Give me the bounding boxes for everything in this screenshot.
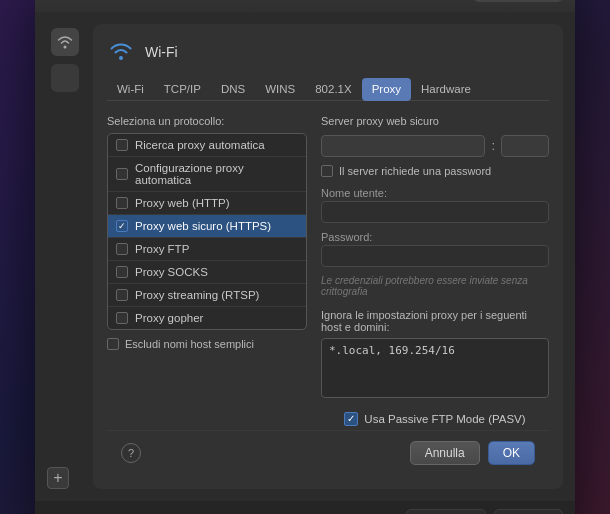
sidebar-icon-active[interactable] (51, 64, 79, 92)
checkbox-https[interactable] (116, 220, 128, 232)
tab-proxy[interactable]: Proxy (362, 78, 411, 101)
content-area: Wi-Fi Wi-Fi TCP/IP DNS WINS 802.1X Proxy… (35, 12, 575, 501)
exclude-label: Escludi nomi host semplici (125, 338, 254, 350)
protocol-label-auto-search: Ricerca proxy automatica (135, 139, 265, 151)
username-row: Nome utente: (321, 187, 549, 223)
tab-hardware[interactable]: Hardware (411, 78, 481, 100)
protocol-item-ftp[interactable]: Proxy FTP (108, 238, 306, 261)
footer-buttons: Annulla OK (410, 441, 535, 465)
main-panel: Wi-Fi Wi-Fi TCP/IP DNS WINS 802.1X Proxy… (93, 24, 563, 489)
wifi-icon (107, 38, 135, 66)
server-input[interactable] (321, 135, 485, 157)
protocol-item-rtsp[interactable]: Proxy streaming (RTSP) (108, 284, 306, 307)
ignore-textarea[interactable]: *.local, 169.254/16 (321, 338, 549, 398)
username-input[interactable] (321, 201, 549, 223)
help-button[interactable]: ? (121, 443, 141, 463)
back-button[interactable]: ‹ (109, 0, 119, 2)
applica-button[interactable]: Applica (494, 509, 563, 515)
protocol-label-http: Proxy web (HTTP) (135, 197, 230, 209)
tab-wifi[interactable]: Wi-Fi (107, 78, 154, 100)
password-input[interactable] (321, 245, 549, 267)
port-input[interactable] (501, 135, 549, 157)
ripristina-button[interactable]: Ripristina (406, 509, 486, 515)
search-box[interactable]: 🔍 Cerca (473, 0, 563, 2)
checkbox-server-password[interactable] (321, 165, 333, 177)
checkbox-auto-config[interactable] (116, 168, 128, 180)
tab-wins[interactable]: WINS (255, 78, 305, 100)
exclude-row[interactable]: Escludi nomi host semplici (107, 338, 307, 350)
password-label: Password: (321, 231, 549, 243)
cancel-button[interactable]: Annulla (410, 441, 480, 465)
protocol-label-gopher: Proxy gopher (135, 312, 203, 324)
panel-header: Wi-Fi (107, 38, 549, 66)
bottom-bar: Ripristina Applica (35, 501, 575, 515)
checkbox-ftp[interactable] (116, 243, 128, 255)
sidebar (47, 24, 83, 489)
ignore-section: Ignora le impostazioni proxy per i segue… (321, 309, 549, 402)
tab-dns[interactable]: DNS (211, 78, 255, 100)
checkbox-exclude[interactable] (107, 338, 119, 350)
password-row[interactable]: Il server richiede una password (321, 165, 549, 177)
body-content: Seleziona un protocollo: Ricerca proxy a… (107, 115, 549, 426)
pasv-row[interactable]: Usa Passive FTP Mode (PASV) (321, 412, 549, 426)
checkbox-http[interactable] (116, 197, 128, 209)
username-label: Nome utente: (321, 187, 549, 199)
tab-8021x[interactable]: 802.1X (305, 78, 361, 100)
checkbox-gopher[interactable] (116, 312, 128, 324)
checkbox-rtsp[interactable] (116, 289, 128, 301)
tabs-bar: Wi-Fi TCP/IP DNS WINS 802.1X Proxy Hardw… (107, 78, 549, 101)
forward-button[interactable]: › (123, 0, 133, 2)
server-password-label: Il server richiede una password (339, 165, 491, 177)
checkbox-pasv[interactable] (344, 412, 358, 426)
protocol-item-http[interactable]: Proxy web (HTTP) (108, 192, 306, 215)
protocol-item-https[interactable]: Proxy web sicuro (HTTPS) (108, 215, 306, 238)
protocol-item-socks[interactable]: Proxy SOCKS (108, 261, 306, 284)
tab-tcpip[interactable]: TCP/IP (154, 78, 211, 100)
protocol-list: Ricerca proxy automatica Configurazione … (107, 133, 307, 330)
sidebar-icon-wifi[interactable] (51, 28, 79, 56)
panel-title: Wi-Fi (145, 44, 178, 60)
protocol-section-label: Seleziona un protocollo: (107, 115, 307, 127)
protocol-item-gopher[interactable]: Proxy gopher (108, 307, 306, 329)
colon-separator: : (491, 138, 495, 153)
right-panel: Server proxy web sicuro : Il server rich… (321, 115, 549, 426)
add-button[interactable]: + (47, 467, 69, 489)
ok-button[interactable]: OK (488, 441, 535, 465)
credentials-note: Le credenziali potrebbero essere inviate… (321, 275, 549, 297)
ignore-label: Ignora le impostazioni proxy per i segue… (321, 309, 549, 333)
protocol-label-https: Proxy web sicuro (HTTPS) (135, 220, 271, 232)
protocol-item-auto-config[interactable]: Configurazione proxy automatica (108, 157, 306, 192)
password-field-row: Password: (321, 231, 549, 267)
left-panel: Seleziona un protocollo: Ricerca proxy a… (107, 115, 307, 426)
checkbox-auto-search[interactable] (116, 139, 128, 151)
protocol-label-auto-config: Configurazione proxy automatica (135, 162, 298, 186)
panel-footer: ? Annulla OK (107, 430, 549, 475)
titlebar: ‹ › ⊞ Rete 🔍 Cerca (35, 0, 575, 12)
main-window: ‹ › ⊞ Rete 🔍 Cerca (35, 0, 575, 514)
protocol-item-auto-search[interactable]: Ricerca proxy automatica (108, 134, 306, 157)
checkbox-socks[interactable] (116, 266, 128, 278)
pasv-label: Usa Passive FTP Mode (PASV) (364, 413, 525, 425)
proxy-section-title: Server proxy web sicuro (321, 115, 549, 127)
protocol-label-socks: Proxy SOCKS (135, 266, 208, 278)
protocol-label-ftp: Proxy FTP (135, 243, 189, 255)
protocol-label-rtsp: Proxy streaming (RTSP) (135, 289, 259, 301)
server-row: : (321, 135, 549, 157)
nav-buttons: ‹ › (109, 0, 134, 2)
